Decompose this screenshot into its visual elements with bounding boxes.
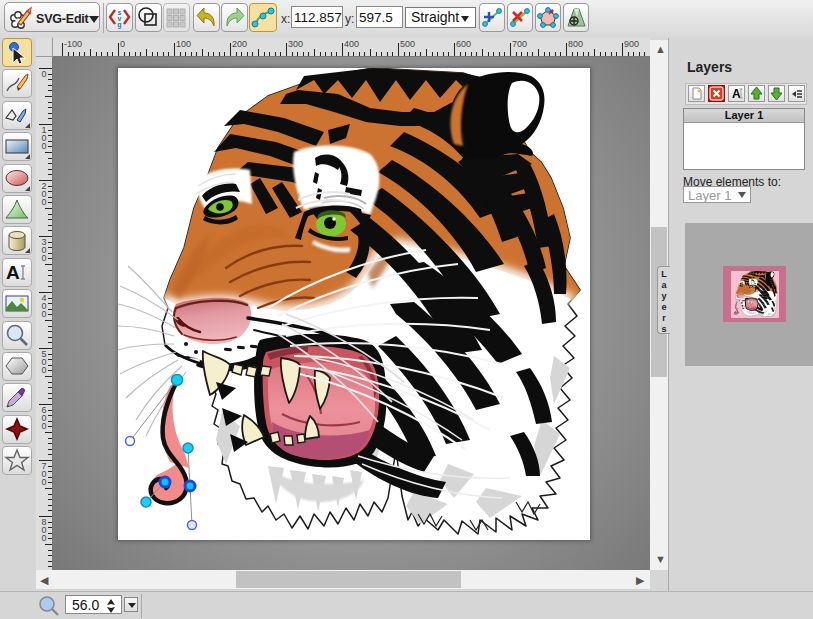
svg-text:g: g [117,21,121,29]
svg-text:A: A [6,262,20,283]
